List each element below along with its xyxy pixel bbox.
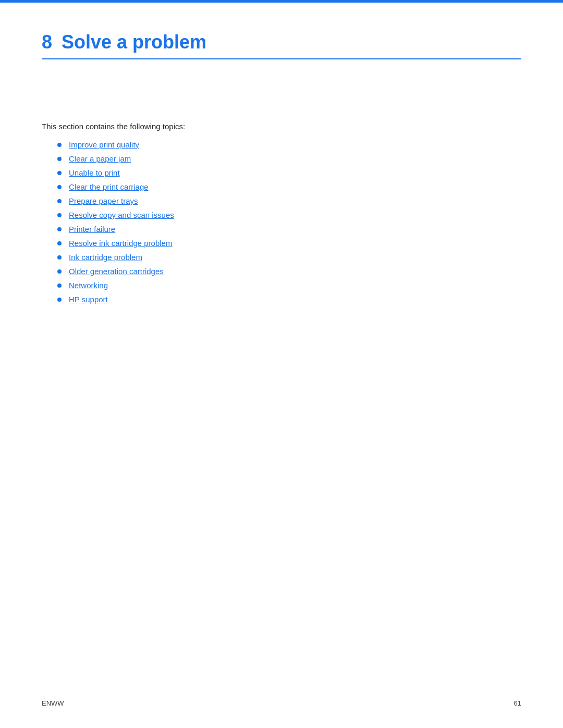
list-item: Resolve copy and scan issues [57, 211, 521, 219]
footer: ENWW 61 [42, 699, 521, 707]
bullet-icon [57, 283, 62, 288]
footer-right: 61 [514, 699, 521, 707]
list-item: Printer failure [57, 225, 521, 233]
topic-link-10[interactable]: Networking [69, 281, 108, 290]
bullet-icon [57, 241, 62, 245]
topic-link-2[interactable]: Unable to print [69, 168, 120, 177]
list-item: Older generation cartridges [57, 267, 521, 276]
bullet-icon [57, 227, 62, 231]
list-item: Unable to print [57, 168, 521, 177]
bullet-icon [57, 298, 62, 302]
list-item: Ink cartridge problem [57, 253, 521, 262]
footer-left: ENWW [42, 699, 64, 707]
intro-text: This section contains the following topi… [42, 122, 521, 131]
chapter-title: Solve a problem [62, 31, 206, 53]
bullet-icon [57, 199, 62, 203]
list-item: Prepare paper trays [57, 196, 521, 205]
topic-link-3[interactable]: Clear the print carriage [69, 182, 149, 191]
bullet-icon [57, 269, 62, 274]
bullet-icon [57, 157, 62, 161]
list-item: Improve print quality [57, 140, 521, 149]
topics-list: Improve print qualityClear a paper jamUn… [42, 140, 521, 304]
page-container: 8 Solve a problem This section contains … [0, 0, 563, 728]
topic-link-1[interactable]: Clear a paper jam [69, 154, 131, 163]
top-border [0, 0, 563, 3]
topic-link-5[interactable]: Resolve copy and scan issues [69, 211, 174, 219]
list-item: Networking [57, 281, 521, 290]
list-item: Clear the print carriage [57, 182, 521, 191]
topic-link-7[interactable]: Resolve ink cartridge problem [69, 239, 172, 248]
topic-link-11[interactable]: HP support [69, 295, 108, 304]
list-item: Resolve ink cartridge problem [57, 239, 521, 248]
bullet-icon [57, 185, 62, 189]
bullet-icon [57, 255, 62, 260]
chapter-number: 8 [42, 31, 52, 53]
list-item: Clear a paper jam [57, 154, 521, 163]
bullet-icon [57, 213, 62, 217]
list-item: HP support [57, 295, 521, 304]
bullet-icon [57, 143, 62, 147]
topic-link-4[interactable]: Prepare paper trays [69, 196, 138, 205]
topic-link-0[interactable]: Improve print quality [69, 140, 139, 149]
topic-link-8[interactable]: Ink cartridge problem [69, 253, 142, 262]
topic-link-9[interactable]: Older generation cartridges [69, 267, 164, 276]
bullet-icon [57, 171, 62, 175]
topic-link-6[interactable]: Printer failure [69, 225, 115, 233]
chapter-header: 8 Solve a problem [42, 31, 521, 59]
